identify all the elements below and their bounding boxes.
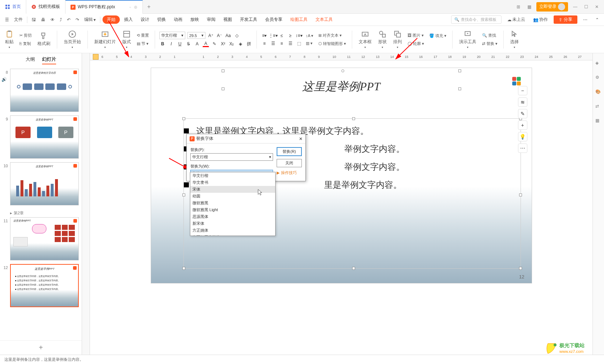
indent-inc-icon[interactable]: ≥ bbox=[287, 32, 294, 39]
slide-canvas[interactable]: 这里是举例PPT 这里是举例文字内容，这里是举例文字内容 bbox=[90, 60, 592, 355]
tips-link[interactable]: ▶操作技巧 bbox=[277, 170, 302, 176]
numbering-icon[interactable]: ⋮≡▾ bbox=[270, 32, 276, 39]
tab-slideshow[interactable]: 放映 bbox=[187, 15, 203, 24]
tab-review[interactable]: 审阅 bbox=[203, 15, 219, 24]
pinyin-icon[interactable]: 拼 bbox=[246, 41, 252, 47]
font-dropdown-list[interactable]: 华文行楷华文隶书宋体幼圆微软雅黑微软雅黑 Light思源黑体新宋体方正姚体方正粗… bbox=[190, 172, 276, 236]
section-button[interactable]: ▤ 节 ▾ bbox=[135, 40, 150, 47]
document-tab[interactable]: P WPS PPT教程.pptx ▫ ⊕ bbox=[65, 0, 143, 14]
collapse-ribbon-icon[interactable]: ⌃ bbox=[593, 16, 601, 24]
change-case-icon[interactable]: Aa bbox=[225, 32, 231, 39]
fill-button[interactable]: 🪣 填充 ▾ bbox=[428, 32, 448, 39]
subscript-icon[interactable]: X₂ bbox=[228, 41, 235, 47]
increase-font-icon[interactable]: A⁺ bbox=[208, 32, 214, 39]
from-current-button[interactable]: 当页开始▾ bbox=[62, 29, 83, 50]
layout-button[interactable]: 版式▾ bbox=[120, 29, 133, 50]
align-justify-icon[interactable]: ☰ bbox=[287, 40, 294, 47]
font-option[interactable]: 方正姚体 bbox=[190, 227, 275, 234]
tab-animation[interactable]: 动画 bbox=[170, 15, 186, 24]
slide-thumb-11[interactable]: 这里是举例PPT bbox=[10, 217, 79, 260]
copy-button[interactable]: ⎘ 复制 bbox=[18, 40, 33, 47]
share-button[interactable]: ⇪ 分享 bbox=[554, 15, 577, 24]
template-tab[interactable]: 找稻壳模板 bbox=[26, 0, 65, 14]
export-icon[interactable]: ⤴ bbox=[58, 16, 64, 24]
undo-icon[interactable]: ↶ bbox=[65, 16, 73, 24]
dialog-close-icon[interactable]: ✕ bbox=[299, 136, 303, 141]
columns-icon[interactable]: ▥ ▾ bbox=[304, 40, 315, 46]
demo-tool-button[interactable]: 演示工具▾ bbox=[457, 29, 478, 50]
panel-icon-1[interactable]: ◈ bbox=[595, 60, 602, 67]
slide-thumb-9[interactable]: 这里是举例PPT P P bbox=[10, 115, 79, 159]
login-button[interactable]: 立即登录 bbox=[536, 2, 568, 12]
new-tab-button[interactable]: + bbox=[143, 4, 155, 10]
text-effect-icon[interactable]: ◈ bbox=[237, 41, 244, 47]
save-icon[interactable]: 🖫 bbox=[29, 16, 38, 24]
strike-icon[interactable]: S̶ bbox=[185, 41, 192, 47]
outline-tab[interactable]: 大纲 bbox=[26, 56, 35, 64]
redo-icon[interactable]: ↷ bbox=[73, 16, 81, 24]
shadow-icon[interactable]: A bbox=[194, 41, 200, 47]
format-painter[interactable]: 格式刷 bbox=[35, 31, 53, 47]
float-pen[interactable]: ✎ bbox=[518, 109, 527, 118]
layout-icon-2[interactable]: ▦ bbox=[526, 3, 533, 10]
line-spacing-icon[interactable]: ↕≡▾ bbox=[296, 32, 302, 39]
cloud-status[interactable]: ☁ 未上云 bbox=[505, 15, 527, 24]
minimize-button[interactable]: — bbox=[572, 3, 579, 10]
font-option[interactable]: 方正粗黑宋简体 bbox=[190, 234, 275, 236]
bullets-icon[interactable]: ≡▾ bbox=[261, 32, 268, 39]
find-button[interactable]: 🔍 查找 bbox=[481, 32, 499, 39]
align-left-icon[interactable]: ≡ bbox=[261, 40, 268, 47]
tab-transition[interactable]: 切换 bbox=[154, 15, 169, 24]
arrange-button[interactable]: 排列▾ bbox=[391, 29, 404, 50]
font-option[interactable]: 华文行楷 bbox=[190, 172, 275, 179]
float-ai[interactable]: 💡 bbox=[518, 132, 527, 141]
align-text-button[interactable]: ⊞ 对齐文本 ▾ bbox=[317, 32, 348, 39]
smart-graphic-button[interactable]: ⬡ 转智能图形 ▾ bbox=[317, 40, 348, 47]
edit-dropdown[interactable]: 编辑 ▾ bbox=[82, 15, 98, 24]
font-size-select[interactable]: 29.5▾ bbox=[187, 32, 205, 39]
panel-icon-5[interactable]: ▦ bbox=[595, 118, 602, 124]
text-direction-icon[interactable]: ↕A ▾ bbox=[304, 33, 315, 39]
font-option[interactable]: 微软雅黑 Light bbox=[190, 206, 275, 213]
menu-icon[interactable]: ☰ bbox=[3, 16, 11, 24]
close-window-button[interactable]: ✕ bbox=[593, 3, 600, 10]
align-right-icon[interactable]: ≡ bbox=[278, 40, 285, 47]
tab-stop-icon[interactable] bbox=[93, 54, 99, 60]
tab-view[interactable]: 视图 bbox=[220, 15, 236, 24]
indent-dec-icon[interactable]: ≤ bbox=[278, 32, 285, 39]
distribute-icon[interactable]: ⬚ bbox=[296, 40, 302, 47]
replace-font-combo[interactable]: 华文行楷▾ bbox=[190, 153, 273, 161]
float-zoom-out[interactable]: − bbox=[518, 86, 527, 95]
replace-confirm-button[interactable]: 替换(R) bbox=[277, 147, 302, 156]
file-menu[interactable]: 文件 bbox=[12, 15, 25, 24]
tab-design[interactable]: 设计 bbox=[137, 15, 153, 24]
slide-thumb-8[interactable]: 这里是举例文字内容 bbox=[10, 69, 79, 112]
font-option[interactable]: 新宋体 bbox=[190, 220, 275, 227]
tab-insert[interactable]: 插入 bbox=[121, 15, 136, 24]
replace-button[interactable]: ⇄ 替换 ▾ bbox=[481, 40, 499, 47]
layout-icon-1[interactable]: ⊞ bbox=[515, 3, 522, 10]
print-icon[interactable]: 🖶 bbox=[39, 16, 47, 24]
outline-button[interactable]: ◯ 轮廓 ▾ bbox=[406, 40, 426, 47]
italic-icon[interactable]: I bbox=[168, 41, 174, 47]
highlight-icon[interactable]: ✎ bbox=[211, 41, 218, 47]
thumbnails-list[interactable]: 8 这里是举例文字内容 🔊 9 这里是举例P bbox=[0, 67, 82, 340]
font-color-icon[interactable]: A bbox=[203, 41, 209, 47]
font-name-select[interactable]: 华文行楷▾ bbox=[159, 32, 185, 39]
tab-menu-icon[interactable]: ▫ bbox=[130, 5, 131, 10]
slides-tab[interactable]: 幻灯片 bbox=[42, 56, 56, 64]
more-icon[interactable]: ⋯ bbox=[581, 16, 590, 24]
maximize-button[interactable]: ☐ bbox=[582, 3, 590, 10]
select-button[interactable]: 选择▾ bbox=[508, 29, 521, 50]
coop-button[interactable]: 👥 协作 bbox=[531, 15, 550, 24]
section-header[interactable]: ▸ 第2章 bbox=[3, 209, 79, 217]
home-tab[interactable]: 首页 bbox=[0, 0, 26, 14]
panel-settings-icon[interactable]: ⚙ bbox=[595, 75, 602, 81]
bold-icon[interactable]: B bbox=[159, 41, 166, 47]
paste-button[interactable]: 粘贴▾ bbox=[3, 29, 16, 50]
font-option[interactable]: 华文隶书 bbox=[190, 179, 275, 186]
font-option[interactable]: 思源黑体 bbox=[190, 213, 275, 220]
reset-button[interactable]: ⟲ 重置 bbox=[135, 32, 150, 39]
tab-vip[interactable]: 会员专享 bbox=[262, 15, 286, 24]
panel-icon-4[interactable]: ⇄ bbox=[595, 104, 602, 110]
